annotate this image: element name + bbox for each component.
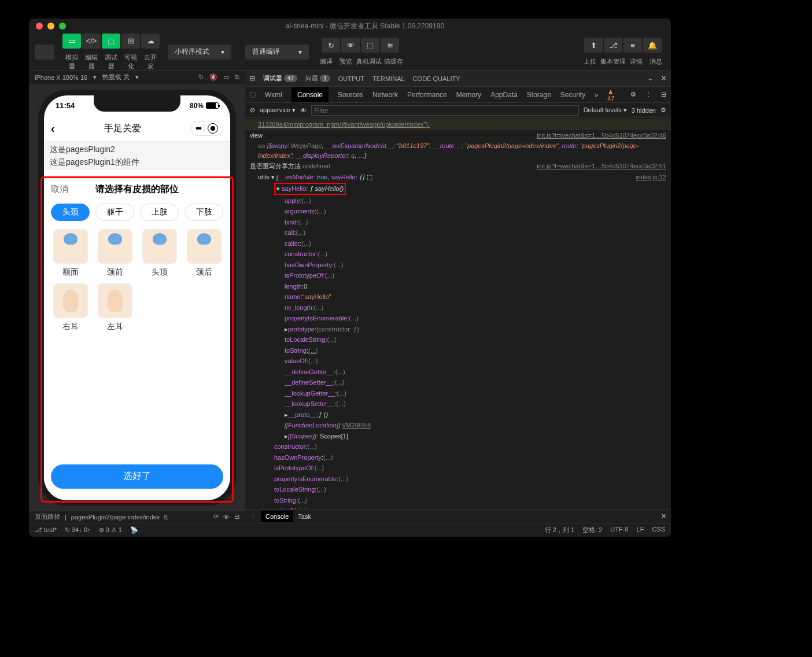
broadcast-icon[interactable]: 📡 — [130, 526, 138, 534]
tab-performance[interactable]: Performance — [407, 91, 447, 99]
encoding-status[interactable]: UTF-8 — [610, 526, 628, 534]
clear-cache-button[interactable]: ≋ — [381, 38, 399, 53]
tab-trunk[interactable]: 躯干 — [95, 204, 134, 221]
tab-upper-limb[interactable]: 上肢 — [140, 204, 179, 221]
tab-problems[interactable]: 问题 1 — [305, 74, 330, 83]
body-item[interactable]: 右耳 — [51, 283, 90, 332]
device-icon[interactable]: ▭ — [223, 73, 229, 81]
popout-icon[interactable]: ⧉ — [235, 73, 239, 81]
page-path[interactable]: pagesPlugin2/page-index/index — [71, 514, 160, 521]
levels-select[interactable]: Default levels ▾ — [584, 106, 627, 114]
menu-icon[interactable]: ⋮ — [250, 512, 256, 520]
device-select[interactable]: iPhone X 100% 16 — [35, 74, 87, 81]
tab-console[interactable]: Console — [291, 87, 329, 102]
maximize-button[interactable] — [59, 23, 66, 29]
tab-head-neck[interactable]: 头颈 — [51, 204, 90, 221]
nav-title: 手足关爱 — [55, 123, 190, 135]
simulator-header: iPhone X 100% 16▾ 热重载 关▾ ↻ 🔇 ▭ ⧉ — [29, 71, 245, 85]
tab-output[interactable]: OUTPUT — [338, 75, 364, 82]
titlebar: ai-tinea-mini - 微信开发者工具 Stable 1.06.2209… — [29, 19, 671, 34]
eye-icon[interactable]: 👁 — [300, 107, 307, 114]
version-button[interactable]: ⎇ — [604, 38, 622, 53]
console-drawer-tabs: ⋮ Console Task ✕ — [245, 509, 671, 523]
tab-code-quality[interactable]: CODE QUALITY — [413, 75, 460, 82]
gear-icon[interactable]: ⚙ — [660, 106, 666, 114]
simulator-toggle[interactable]: ▭ — [62, 34, 81, 49]
git-sync[interactable]: ↻ 34↓ 0↑ — [65, 526, 90, 534]
editor-toggle[interactable]: </> — [82, 34, 101, 49]
copy-icon[interactable]: ⎘ — [164, 514, 168, 521]
wechat-devtools-window: ai-tinea-mini - 微信开发者工具 Stable 1.06.2209… — [29, 19, 671, 537]
close-button[interactable] — [36, 23, 43, 29]
avatar[interactable] — [35, 45, 54, 60]
body-item[interactable]: 头顶 — [140, 229, 179, 278]
settings-icon[interactable]: ⚙ — [630, 91, 636, 98]
tab-memory[interactable]: Memory — [456, 91, 481, 99]
cursor-position[interactable]: 行 2，列 1 — [545, 526, 574, 534]
eye-icon[interactable]: 👁 — [223, 514, 230, 521]
tab-storage[interactable]: Storage — [527, 91, 551, 99]
tab-sources[interactable]: Sources — [338, 91, 363, 99]
dock-icon[interactable]: ⊟ — [250, 75, 255, 82]
mode-select[interactable]: 小程序模式▾ — [168, 45, 231, 60]
close-capsule-icon — [208, 123, 218, 134]
body-item[interactable]: 额面 — [51, 229, 90, 278]
indent-status[interactable]: 空格: 2 — [582, 526, 602, 534]
context-select[interactable]: appservice ▾ — [260, 106, 296, 114]
body-item[interactable]: 颈后 — [184, 229, 223, 278]
eol-status[interactable]: LF — [637, 526, 644, 534]
real-device-button[interactable]: ⬚ — [361, 38, 379, 53]
phone-simulator: 11:54 80% ‹ 手足关爱 ••• | — [44, 95, 230, 500]
drawer-tab-console[interactable]: Console — [261, 511, 293, 522]
hidden-count: 3 hidden — [632, 107, 656, 114]
tab-network[interactable]: Network — [372, 91, 398, 99]
mute-icon[interactable]: 🔇 — [209, 73, 217, 81]
more-tabs-icon[interactable]: » — [595, 91, 598, 98]
cloud-toggle[interactable]: ☁ — [141, 34, 160, 49]
close-icon[interactable]: ✕ — [661, 512, 666, 520]
tab-debugger[interactable]: 调试器 47 — [263, 74, 297, 83]
hot-reload-select[interactable]: 热重载 关 — [102, 73, 130, 82]
modal-title: 请选择有皮损的部位 — [68, 183, 206, 195]
tab-appdata[interactable]: AppData — [490, 91, 518, 99]
lang-status[interactable]: CSS — [652, 526, 665, 534]
tab-lower-limb[interactable]: 下肢 — [184, 204, 223, 221]
main-toolbar: ▭ </> ⬚ ⊞ ☁ 模拟器 编辑器 调试器 可视化 云开发 小程序模式▾ 普… — [29, 34, 671, 71]
cancel-button[interactable]: 取消 — [51, 184, 68, 195]
confirm-button[interactable]: 选好了 — [51, 464, 223, 489]
messages-button[interactable]: 🔔 — [643, 38, 662, 53]
menu-icon[interactable]: ⋮ — [645, 91, 652, 98]
git-branch[interactable]: ⎇ test* — [35, 526, 57, 534]
tab-terminal[interactable]: TERMINAL — [372, 75, 405, 82]
console-output[interactable]: 313209a4/miniprogram_npm/@vant/weapp/upl… — [245, 118, 671, 509]
simulator-footer: 页面路径 | pagesPlugin2/page-index/index ⎘ ⟳… — [29, 511, 245, 523]
window-title: ai-tinea-mini - 微信开发者工具 Stable 1.06.2209… — [66, 21, 664, 31]
warning-count[interactable]: ▲ 47 — [607, 88, 621, 102]
collapse-icon[interactable]: ⌄ — [648, 75, 653, 82]
minimize-button[interactable] — [47, 23, 54, 29]
status-bar: ⎇ test* ↻ 34↓ 0↑ ⊗ 0 ⚠ 1 📡 行 2，列 1 空格: 2… — [29, 523, 671, 537]
details-button[interactable]: ≡ — [623, 38, 642, 53]
compile-select[interactable]: 普通编译▾ — [245, 45, 309, 60]
visualize-toggle[interactable]: ⊞ — [121, 34, 140, 49]
upload-button[interactable]: ⬆ — [584, 38, 603, 53]
body-item[interactable]: 颈前 — [95, 229, 134, 278]
drawer-tab-task[interactable]: Task — [298, 513, 311, 520]
refresh-icon[interactable]: ↻ — [198, 73, 204, 81]
compile-button[interactable]: ↻ — [322, 38, 340, 53]
body-item[interactable]: 左耳 — [95, 283, 134, 332]
clear-icon[interactable]: ⊘ — [250, 106, 255, 114]
close-icon[interactable]: ✕ — [661, 75, 666, 82]
dock-icon[interactable]: ⊟ — [661, 91, 666, 98]
filter-input[interactable] — [311, 105, 578, 116]
capsule-button[interactable]: ••• | — [190, 121, 223, 136]
collapse-icon[interactable]: ⊟ — [234, 513, 239, 521]
rotate-icon[interactable]: ⟳ — [213, 513, 219, 521]
tab-security[interactable]: Security — [560, 91, 585, 99]
preview-button[interactable]: 👁 — [341, 38, 360, 53]
inspect-icon[interactable]: ⬚ — [250, 91, 256, 98]
problems-status[interactable]: ⊗ 0 ⚠ 1 — [99, 526, 122, 534]
back-button[interactable]: ‹ — [51, 122, 55, 135]
debugger-toggle[interactable]: ⬚ — [102, 34, 120, 49]
tab-wxml[interactable]: Wxml — [265, 91, 282, 99]
